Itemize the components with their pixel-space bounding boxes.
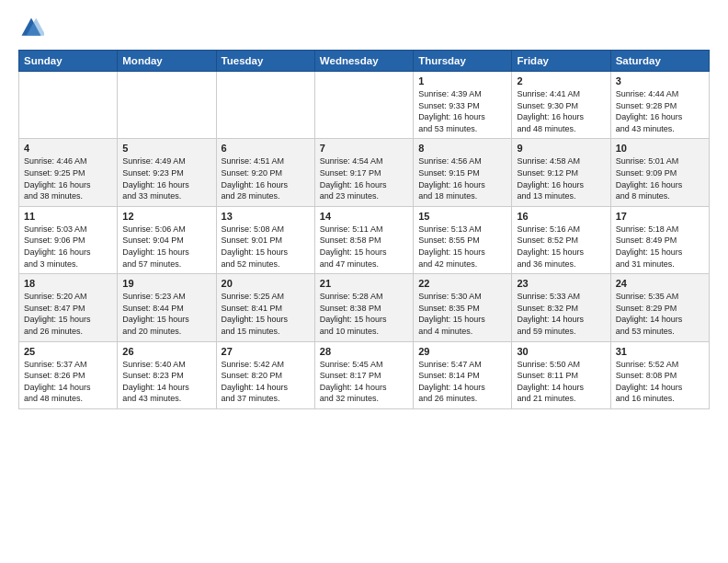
week-row-3: 11Sunrise: 5:03 AMSunset: 9:06 PMDayligh… [19,206,710,273]
day-cell: 26Sunrise: 5:40 AMSunset: 8:23 PMDayligh… [118,341,216,408]
header-row: SundayMondayTuesdayWednesdayThursdayFrid… [19,51,710,72]
day-number: 9 [517,143,605,154]
day-number: 26 [122,346,210,357]
day-number: 10 [616,143,704,154]
day-cell: 4Sunrise: 4:46 AMSunset: 9:25 PMDaylight… [19,139,118,206]
day-cell: 24Sunrise: 5:35 AMSunset: 8:29 PMDayligh… [610,274,709,341]
day-cell: 23Sunrise: 5:33 AMSunset: 8:32 PMDayligh… [512,274,610,341]
day-number: 5 [122,143,210,154]
day-number: 29 [418,346,506,357]
day-info: Sunrise: 5:47 AMSunset: 8:14 PMDaylight:… [418,360,485,404]
day-number: 4 [24,143,112,154]
day-info: Sunrise: 4:39 AMSunset: 9:33 PMDaylight:… [418,89,485,133]
day-info: Sunrise: 4:56 AMSunset: 9:15 PMDaylight:… [418,156,485,201]
header-cell-tuesday: Tuesday [216,51,314,72]
day-cell: 1Sunrise: 4:39 AMSunset: 9:33 PMDaylight… [414,72,512,139]
day-info: Sunrise: 5:23 AMSunset: 8:44 PMDaylight:… [122,292,189,336]
day-cell: 27Sunrise: 5:42 AMSunset: 8:20 PMDayligh… [216,341,314,408]
day-info: Sunrise: 5:16 AMSunset: 8:52 PMDaylight:… [517,224,584,269]
day-cell: 2Sunrise: 4:41 AMSunset: 9:30 PMDaylight… [512,72,610,139]
header-cell-monday: Monday [118,51,216,72]
day-info: Sunrise: 5:20 AMSunset: 8:47 PMDaylight:… [24,292,91,336]
day-cell: 5Sunrise: 4:49 AMSunset: 9:23 PMDaylight… [118,139,216,206]
day-number: 22 [418,278,506,289]
day-info: Sunrise: 4:41 AMSunset: 9:30 PMDaylight:… [517,89,584,133]
day-cell: 8Sunrise: 4:56 AMSunset: 9:15 PMDaylight… [414,139,512,206]
day-cell: 12Sunrise: 5:06 AMSunset: 9:04 PMDayligh… [118,206,216,273]
day-info: Sunrise: 5:28 AMSunset: 8:38 PMDaylight:… [320,292,387,336]
day-cell: 7Sunrise: 4:54 AMSunset: 9:17 PMDaylight… [314,139,413,206]
day-info: Sunrise: 5:30 AMSunset: 8:35 PMDaylight:… [418,292,485,336]
day-number: 13 [222,211,310,222]
day-cell: 3Sunrise: 4:44 AMSunset: 9:28 PMDaylight… [610,72,709,139]
day-cell: 19Sunrise: 5:23 AMSunset: 8:44 PMDayligh… [118,274,216,341]
day-cell: 21Sunrise: 5:28 AMSunset: 8:38 PMDayligh… [314,274,413,341]
day-number: 16 [517,211,605,222]
day-info: Sunrise: 5:03 AMSunset: 9:06 PMDaylight:… [24,224,91,269]
day-number: 25 [24,346,112,357]
day-number: 31 [616,346,704,357]
day-info: Sunrise: 4:49 AMSunset: 9:23 PMDaylight:… [122,156,189,201]
day-cell [19,72,118,139]
day-info: Sunrise: 4:54 AMSunset: 9:17 PMDaylight:… [320,156,387,201]
day-cell: 11Sunrise: 5:03 AMSunset: 9:06 PMDayligh… [19,206,118,273]
day-number: 23 [517,278,605,289]
day-info: Sunrise: 4:44 AMSunset: 9:28 PMDaylight:… [616,89,683,133]
logo-icon [18,15,44,40]
day-cell [118,72,216,139]
day-cell [314,72,413,139]
day-number: 28 [320,346,408,357]
day-info: Sunrise: 5:52 AMSunset: 8:08 PMDaylight:… [616,360,683,404]
day-number: 24 [616,278,704,289]
day-cell: 10Sunrise: 5:01 AMSunset: 9:09 PMDayligh… [610,139,709,206]
day-cell: 13Sunrise: 5:08 AMSunset: 9:01 PMDayligh… [216,206,314,273]
day-info: Sunrise: 4:51 AMSunset: 9:20 PMDaylight:… [222,156,289,201]
day-cell: 15Sunrise: 5:13 AMSunset: 8:55 PMDayligh… [414,206,512,273]
day-info: Sunrise: 5:45 AMSunset: 8:17 PMDaylight:… [320,360,387,404]
day-number: 6 [222,143,310,154]
week-row-5: 25Sunrise: 5:37 AMSunset: 8:26 PMDayligh… [19,341,710,408]
day-info: Sunrise: 4:58 AMSunset: 9:12 PMDaylight:… [517,156,584,201]
header-cell-thursday: Thursday [414,51,512,72]
week-row-1: 1Sunrise: 4:39 AMSunset: 9:33 PMDaylight… [19,72,710,139]
week-row-2: 4Sunrise: 4:46 AMSunset: 9:25 PMDaylight… [19,139,710,206]
day-cell: 18Sunrise: 5:20 AMSunset: 8:47 PMDayligh… [19,274,118,341]
day-number: 30 [517,346,605,357]
day-cell: 9Sunrise: 4:58 AMSunset: 9:12 PMDaylight… [512,139,610,206]
day-info: Sunrise: 5:33 AMSunset: 8:32 PMDaylight:… [517,292,584,336]
day-number: 2 [517,75,605,86]
header-cell-friday: Friday [512,51,610,72]
day-cell: 29Sunrise: 5:47 AMSunset: 8:14 PMDayligh… [414,341,512,408]
day-cell: 30Sunrise: 5:50 AMSunset: 8:11 PMDayligh… [512,341,610,408]
day-number: 3 [616,75,704,86]
day-info: Sunrise: 5:40 AMSunset: 8:23 PMDaylight:… [122,360,189,404]
logo [18,15,48,40]
day-info: Sunrise: 5:18 AMSunset: 8:49 PMDaylight:… [616,224,683,269]
calendar-page: SundayMondayTuesdayWednesdayThursdayFrid… [0,0,728,563]
day-number: 18 [24,278,112,289]
day-cell: 6Sunrise: 4:51 AMSunset: 9:20 PMDaylight… [216,139,314,206]
day-cell: 14Sunrise: 5:11 AMSunset: 8:58 PMDayligh… [314,206,413,273]
day-number: 15 [418,211,506,222]
day-cell [216,72,314,139]
day-info: Sunrise: 4:46 AMSunset: 9:25 PMDaylight:… [24,156,91,201]
day-number: 21 [320,278,408,289]
day-info: Sunrise: 5:35 AMSunset: 8:29 PMDaylight:… [616,292,683,336]
day-info: Sunrise: 5:11 AMSunset: 8:58 PMDaylight:… [320,224,387,269]
day-info: Sunrise: 5:01 AMSunset: 9:09 PMDaylight:… [616,156,683,201]
day-number: 1 [418,75,506,86]
day-info: Sunrise: 5:42 AMSunset: 8:20 PMDaylight:… [222,360,289,404]
week-row-4: 18Sunrise: 5:20 AMSunset: 8:47 PMDayligh… [19,274,710,341]
day-cell: 28Sunrise: 5:45 AMSunset: 8:17 PMDayligh… [314,341,413,408]
day-info: Sunrise: 5:25 AMSunset: 8:41 PMDaylight:… [222,292,289,336]
day-number: 12 [122,211,210,222]
day-number: 19 [122,278,210,289]
day-number: 11 [24,211,112,222]
header-cell-saturday: Saturday [610,51,709,72]
header-cell-sunday: Sunday [19,51,118,72]
day-number: 14 [320,211,408,222]
day-info: Sunrise: 5:08 AMSunset: 9:01 PMDaylight:… [222,224,289,269]
day-cell: 25Sunrise: 5:37 AMSunset: 8:26 PMDayligh… [19,341,118,408]
day-number: 27 [222,346,310,357]
day-cell: 17Sunrise: 5:18 AMSunset: 8:49 PMDayligh… [610,206,709,273]
